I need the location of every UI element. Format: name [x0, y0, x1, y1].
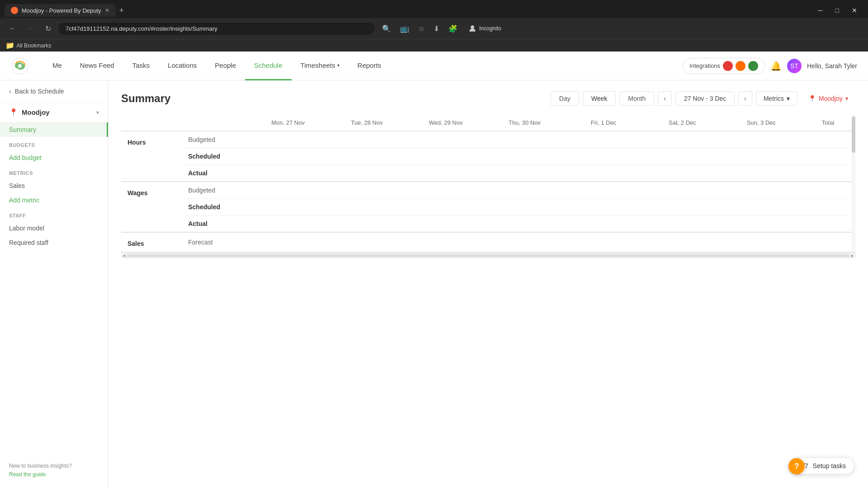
nav-item-people[interactable]: People — [206, 52, 245, 80]
type-cell: Actual — [182, 216, 249, 233]
staff-section-label: STAFF — [0, 207, 108, 221]
sidebar-item-summary[interactable]: Summary — [0, 122, 108, 137]
tab-title: Moodjoy - Powered By Deputy — [22, 7, 101, 14]
nav-item-news-feed[interactable]: News Feed — [71, 52, 123, 80]
avatar-2 — [736, 61, 745, 71]
scroll-bar[interactable] — [127, 254, 849, 257]
notification-button[interactable]: 🔔 — [770, 61, 782, 71]
col-header-type — [182, 115, 249, 131]
type-cell: Forecast — [182, 232, 249, 252]
svg-point-2 — [18, 64, 22, 68]
help-button[interactable]: ? — [788, 458, 805, 474]
chevron-down-icon: ▾ — [337, 63, 340, 68]
table-row: Wages Budgeted — [121, 182, 855, 199]
incognito-button[interactable]: Incognito — [463, 23, 507, 34]
location-icon: 📍 — [9, 108, 18, 117]
table-row: Hours Budgeted — [121, 131, 855, 148]
minimize-button[interactable]: ─ — [812, 5, 829, 16]
prev-period-button[interactable]: ‹ — [658, 91, 672, 106]
browser-tab[interactable]: Moodjoy - Powered By Deputy ✕ — [5, 4, 116, 17]
favicon — [11, 7, 18, 14]
new-tab-button[interactable]: + — [116, 4, 128, 17]
location-selector[interactable]: 📍 Moodjoy ▾ — [0, 103, 108, 122]
location-pin-icon: 📍 — [808, 95, 816, 102]
type-cell: Actual — [182, 165, 249, 182]
bookmark-icon[interactable]: ☆ — [415, 23, 428, 35]
category-cell: Hours — [121, 131, 182, 182]
sidebar-item-required-staff[interactable]: Required staff — [0, 235, 108, 250]
address-bar[interactable] — [58, 23, 375, 35]
col-header-wed: Wed, 29 Nov — [406, 115, 485, 131]
category-cell: Sales — [121, 232, 182, 252]
col-header-thu: Thu, 30 Nov — [485, 115, 564, 131]
chevron-down-icon: ▾ — [96, 109, 99, 116]
location-name: Moodjoy — [22, 108, 93, 116]
location-filter[interactable]: 📍 Moodjoy ▾ — [801, 92, 855, 105]
scrollbar-track[interactable] — [852, 115, 855, 252]
extensions-icon[interactable]: 🧩 — [445, 23, 461, 35]
category-cell: Wages — [121, 182, 182, 232]
col-header-tue: Tue, 28 Nov — [327, 115, 406, 131]
scroll-right-button[interactable]: ▸ — [851, 253, 854, 258]
back-to-schedule-button[interactable]: ‹ Back to Schedule — [0, 80, 108, 103]
type-cell: Scheduled — [182, 148, 249, 165]
close-tab-button[interactable]: ✕ — [105, 7, 109, 14]
budgets-section-label: BUDGETS — [0, 137, 108, 150]
scroll-left-button[interactable]: ◂ — [123, 253, 125, 258]
download-icon[interactable]: ⬇ — [430, 23, 443, 35]
col-header-category — [121, 115, 182, 131]
col-header-mon: Mon, 27 Nov — [249, 115, 327, 131]
next-period-button[interactable]: › — [738, 91, 752, 106]
view-month-button[interactable]: Month — [619, 91, 654, 106]
hello-text: Hello, Sarah Tyler — [807, 62, 857, 70]
table-row: Sales Forecast — [121, 232, 855, 252]
reload-button[interactable]: ↻ — [42, 23, 55, 35]
nav-item-me[interactable]: Me — [43, 52, 71, 80]
forward-button[interactable]: → — [24, 23, 38, 34]
back-button[interactable]: ← — [5, 23, 20, 34]
sidebar-item-labor-model[interactable]: Labor model — [0, 221, 108, 235]
user-avatar: ST — [787, 59, 802, 73]
setup-tasks-label: Setup tasks — [813, 462, 846, 469]
cast-icon[interactable]: 📺 — [396, 23, 413, 35]
integrations-label: Integrations — [689, 62, 720, 69]
col-header-sun: Sun, 3 Dec — [722, 115, 801, 131]
close-window-button[interactable]: ✕ — [845, 5, 863, 16]
table-row: Scheduled — [121, 199, 855, 216]
search-icon[interactable]: 🔍 — [378, 23, 395, 35]
bookmarks-icon: 📁 — [5, 41, 14, 50]
nav-item-locations[interactable]: Locations — [159, 52, 206, 80]
nav-item-timesheets[interactable]: Timesheets ▾ — [292, 52, 349, 80]
read-guide-link[interactable]: Read the guide — [9, 471, 46, 478]
metrics-section-label: METRICS — [0, 165, 108, 178]
nav-item-reports[interactable]: Reports — [349, 52, 391, 80]
type-cell: Budgeted — [182, 131, 249, 148]
view-week-button[interactable]: Week — [583, 91, 616, 106]
page-title: Summary — [121, 92, 551, 105]
incognito-label: Incognito — [479, 25, 501, 32]
nav-item-tasks[interactable]: Tasks — [123, 52, 159, 80]
type-cell: Budgeted — [182, 182, 249, 199]
app-logo[interactable] — [11, 57, 29, 75]
incognito-icon — [468, 24, 476, 33]
scrollbar-thumb[interactable] — [852, 117, 855, 153]
svg-point-0 — [471, 25, 474, 29]
col-header-total: Total — [801, 115, 855, 131]
metrics-button[interactable]: Metrics ▾ — [756, 91, 797, 106]
chevron-down-icon: ▾ — [787, 95, 790, 102]
horizontal-scrollbar[interactable]: ◂ ▸ — [121, 252, 855, 258]
sidebar-item-add-budget[interactable]: Add budget — [0, 150, 108, 165]
maximize-button[interactable]: □ — [829, 5, 845, 16]
bookmarks-label[interactable]: All Bookmarks — [16, 42, 51, 49]
date-range: 27 Nov - 3 Dec — [675, 91, 735, 106]
nav-item-schedule[interactable]: Schedule — [245, 52, 292, 80]
col-header-fri: Fri, 1 Dec — [564, 115, 643, 131]
avatar-3 — [748, 61, 758, 71]
integrations-button[interactable]: Integrations — [683, 58, 765, 74]
view-day-button[interactable]: Day — [551, 91, 579, 106]
sidebar-item-sales[interactable]: Sales — [0, 178, 108, 193]
back-arrow-icon: ‹ — [9, 88, 11, 95]
avatar-1 — [723, 61, 733, 71]
table-row: Actual — [121, 216, 855, 233]
sidebar-item-add-metric[interactable]: Add metric — [0, 193, 108, 207]
